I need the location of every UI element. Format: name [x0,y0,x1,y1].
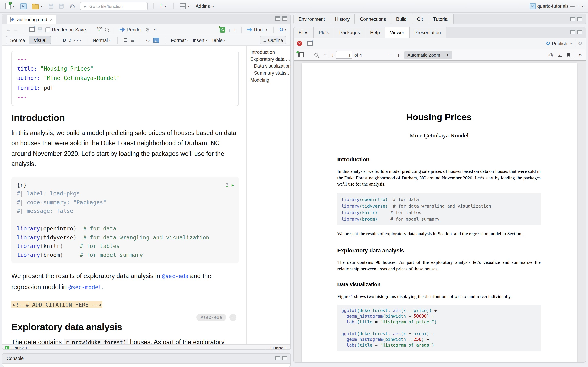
tab-help[interactable]: Help [365,27,385,38]
source-editor-pane: authoring.qmd × ← → Render on Save ABC✓ [2,14,291,350]
tab-build[interactable]: Build [391,14,412,24]
outline-item[interactable]: Data visualization [247,63,290,70]
paragraph-style-dropdown[interactable]: Normal ▼ [93,38,112,43]
format-selector[interactable]: Quarto ▲▼ [266,345,290,350]
pdf-paragraph: In this analysis, we build a model predi… [337,168,541,187]
spellcheck-icon[interactable]: ABC✓ [97,27,102,32]
run-chunk-icon[interactable]: ▶ [232,180,234,189]
zoom-in-icon[interactable]: + [397,52,400,58]
save-all-button[interactable] [58,3,65,9]
image-icon[interactable] [153,38,159,43]
tab-files[interactable]: Files [294,27,314,38]
open-new-window-icon[interactable] [29,27,35,32]
code-button[interactable]: </> [74,38,81,42]
visual-mode-button[interactable]: Visual [29,36,51,44]
source-visual-toggle: Source Visual [6,36,51,44]
page-number-input[interactable] [337,53,352,58]
tab-connections[interactable]: Connections [355,14,391,24]
new-project-button[interactable]: R [19,2,28,10]
pdf-viewport[interactable]: Housing Prices Mine Çetinkaya-Rundel Int… [294,61,586,363]
run-chunks-above-icon[interactable]: ▼ [226,183,228,187]
chevron-down-icon: ▼ [265,28,268,31]
outline-item[interactable]: Exploratory data … [247,56,290,63]
maximize-pane-icon[interactable] [577,17,582,21]
source-mode-button[interactable]: Source [6,36,29,44]
tab-tutorial[interactable]: Tutorial [428,14,454,24]
outline-toggle-button[interactable]: ☰ Outline [260,36,286,44]
render-button[interactable]: Render [120,27,142,32]
render-on-save-label: Render on Save [52,27,86,32]
pane-layout-button[interactable]: ▼ [179,2,191,10]
pdf-print-icon[interactable]: ⎙ [549,52,553,58]
back-icon[interactable]: ← [6,27,11,33]
save-button[interactable] [47,3,55,9]
zoom-out-icon[interactable]: − [388,52,391,58]
search-icon[interactable] [105,28,109,31]
bold-button[interactable]: B [63,37,66,43]
maximize-pane-icon[interactable] [282,356,287,360]
tab-history[interactable]: History [330,14,355,24]
forward-icon[interactable]: → [13,27,18,33]
pdf-search-icon[interactable] [314,53,318,57]
rerun-button[interactable]: ↻ ▼ [279,26,287,33]
yaml-metadata-block[interactable]: ---title: "Housing Prices"author: "Mine … [11,50,239,106]
maximize-pane-icon[interactable] [577,30,582,34]
print-button[interactable]: ⎙ [68,2,77,10]
goto-file-input[interactable] [89,3,139,9]
maximize-pane-icon[interactable] [282,16,287,21]
close-icon[interactable]: × [50,17,53,22]
download-icon[interactable]: ↓ [558,53,562,57]
table-menu[interactable]: Table▼ [211,38,226,43]
bullet-list-icon[interactable]: ☰ [123,38,127,43]
minimize-pane-icon[interactable] [571,17,575,21]
project-menu[interactable]: R quarto-tutorials — ~ ▼ [530,3,584,9]
previous-page-icon[interactable]: ↑ [324,52,326,58]
tab-git[interactable]: Git [412,14,428,24]
tab-environment[interactable]: Environment [294,14,330,24]
version-control-button[interactable]: +−▼ [159,3,168,9]
numbered-list-icon[interactable]: ≣ [130,38,134,43]
document-canvas[interactable]: ---title: "Housing Prices"author: "Mine … [2,46,247,344]
link-icon[interactable]: ∞ [146,37,150,43]
more-tools-icon[interactable]: » [579,52,581,58]
minimize-pane-icon[interactable] [275,16,280,21]
goto-file-search[interactable]: ➤ [80,2,148,10]
gear-icon[interactable]: ⚙ [145,26,150,33]
zoom-select[interactable]: Automatic Zoom ▼ [404,51,452,58]
outline-item[interactable]: Modeling [247,77,290,83]
code-chunk[interactable]: ▼ ▶ {r}#| label: load-pkgs#| code-summar… [11,177,239,263]
publish-button[interactable]: ↻ Publish ▼ [546,40,572,47]
tab-viewer[interactable]: Viewer [385,27,410,38]
next-page-icon[interactable]: ↓ [332,52,334,58]
bookmark-icon[interactable] [567,52,571,57]
tab-plots[interactable]: Plots [314,27,334,38]
go-previous-chunk-icon[interactable]: ↑ [228,27,231,33]
addins-button[interactable]: Addins▼ [194,3,216,9]
tab-presentation[interactable]: Presentation [410,27,446,38]
minimize-pane-icon[interactable] [571,30,575,34]
tab-packages[interactable]: Packages [334,27,365,38]
format-menu[interactable]: Format▼ [171,38,190,43]
render-on-save-toggle[interactable]: Render on Save [45,27,86,32]
pdf-subheading: Data visualization [337,282,541,287]
open-file-button[interactable]: ▼ [31,2,44,10]
stop-icon[interactable]: ✕ [297,41,302,46]
italic-button[interactable]: I [69,37,71,43]
divider [394,52,394,58]
insert-chunk-button[interactable]: C [220,27,225,33]
html-comment[interactable]: <!--# ADD CITATION HERE --> [11,301,103,308]
run-button[interactable]: Run ▼ [247,27,268,32]
open-new-window-icon[interactable] [307,41,313,46]
outline-item[interactable]: Introduction [247,49,290,56]
minimize-pane-icon[interactable] [275,356,280,360]
go-next-chunk-icon[interactable]: ↓ [233,27,236,33]
insert-menu[interactable]: Insert▼ [193,38,208,43]
chunk-selector[interactable]: Chunk 1 ▲▼ [11,345,31,350]
refresh-icon[interactable]: ↻ [578,40,582,47]
sidebar-toggle-icon[interactable] [298,52,304,58]
section-options-button[interactable]: ··· [229,314,236,321]
tab-authoring-qmd[interactable]: authoring.qmd × [7,15,56,25]
outline-item[interactable]: Summary statis… [247,70,290,77]
new-file-button[interactable]: ▼ [4,2,16,10]
save-icon[interactable] [38,27,43,32]
